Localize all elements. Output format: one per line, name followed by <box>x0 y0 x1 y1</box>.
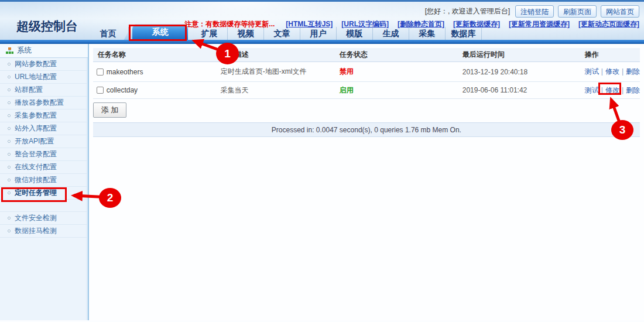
task-name: makeothers <box>107 68 143 76</box>
action-separator: | <box>601 67 603 76</box>
sidebar-item-open-api[interactable]: 开放API配置 <box>0 135 88 148</box>
sidebar-section-title: 系统 <box>17 46 32 56</box>
tab-video[interactable]: 视频 <box>228 27 264 40</box>
sitemap-icon <box>6 47 13 54</box>
action-separator: | <box>622 86 624 94</box>
tab-template[interactable]: 模版 <box>337 27 373 40</box>
welcome-text: [您好：, 欢迎进入管理后台] <box>425 6 510 16</box>
row-checkbox[interactable] <box>97 87 104 94</box>
task-status: 禁用 <box>335 67 458 77</box>
top-bar: [您好：, 欢迎进入管理后台] 注销登陆 刷新页面 网站首页 <box>425 5 639 18</box>
tab-database[interactable]: 数据库 <box>446 27 482 40</box>
task-desc: 采集当天 <box>216 85 335 95</box>
modify-link[interactable]: 修改 <box>605 67 619 76</box>
delete-link[interactable]: 删除 <box>626 67 640 76</box>
sidebar-item-collect-params[interactable]: 采集参数配置 <box>0 109 88 122</box>
bullet-icon <box>8 179 11 181</box>
tab-generate[interactable]: 生成 <box>373 27 409 40</box>
bullet-icon <box>8 166 11 169</box>
sidebar: 系统 网站参数配置 URL地址配置 站群配置 播放器参数配置 采集参数配置 站外… <box>0 44 89 320</box>
status-bar: Processed in: 0.0047 second(s), 0 querie… <box>93 122 640 137</box>
sidebar-item-site-group[interactable]: 站群配置 <box>0 84 88 97</box>
table-row: makeothers 定时生成首页-地图-xml文件 禁用 2013-12-19… <box>93 62 640 82</box>
table-header-row: 任务名称 任务描述 任务状态 最后运行时间 操作 <box>93 48 640 62</box>
col-header-task-status: 任务状态 <box>335 50 458 60</box>
task-last-run: 2013-12-19 20:40:18 <box>458 68 580 76</box>
bullet-icon <box>8 191 11 194</box>
bullet-icon <box>8 140 11 143</box>
modify-link[interactable]: 修改 <box>605 86 619 94</box>
sidebar-group-divider <box>0 200 88 212</box>
col-header-actions: 操作 <box>580 50 640 60</box>
sidebar-item-offsite-storage[interactable]: 站外入库配置 <box>0 122 88 135</box>
col-header-task-desc: 任务描述 <box>216 50 335 60</box>
bullet-icon <box>8 217 11 220</box>
logout-button[interactable]: 注销登陆 <box>515 5 554 18</box>
sidebar-item-data-trojan-check[interactable]: 数据挂马检测 <box>0 225 88 238</box>
sidebar-item-wechat-connect[interactable]: 微信对接配置 <box>0 174 88 187</box>
tab-collect[interactable]: 采集 <box>409 27 446 40</box>
row-checkbox[interactable] <box>97 68 104 76</box>
nav-bottom-bar <box>0 40 644 44</box>
sidebar-filler <box>0 238 88 320</box>
bullet-icon <box>8 101 11 104</box>
bullet-icon <box>8 127 11 130</box>
site-home-button[interactable]: 网站首页 <box>601 5 639 18</box>
tab-user[interactable]: 用户 <box>300 27 337 40</box>
table-row: collectday 采集当天 启用 2019-06-06 11:01:42 测… <box>93 82 640 99</box>
delete-link[interactable]: 删除 <box>626 86 640 94</box>
bullet-icon <box>8 229 11 232</box>
sidebar-item-url-address[interactable]: URL地址配置 <box>0 71 88 84</box>
add-task-button[interactable]: 添 加 <box>93 102 127 118</box>
sidebar-item-website-params[interactable]: 网站参数配置 <box>0 58 88 71</box>
sidebar-item-integrated-login[interactable]: 整合登录配置 <box>0 148 88 161</box>
task-status: 启用 <box>335 85 458 95</box>
tab-article[interactable]: 文章 <box>264 27 300 40</box>
sidebar-item-player-params[interactable]: 播放器参数配置 <box>0 97 88 109</box>
sidebar-section-system: 系统 <box>0 44 88 58</box>
task-last-run: 2019-06-06 11:01:42 <box>458 86 580 94</box>
refresh-page-button[interactable]: 刷新页面 <box>558 5 597 18</box>
link-update-dynamic-cache[interactable]: [更新动态页面缓存] <box>578 19 639 29</box>
task-name: collectday <box>107 86 138 94</box>
tab-home[interactable]: 首页 <box>88 27 129 40</box>
bullet-icon <box>8 88 11 91</box>
bullet-icon <box>8 153 11 156</box>
bullet-icon <box>8 63 11 66</box>
col-header-task-name: 任务名称 <box>93 50 216 60</box>
bullet-icon <box>8 76 11 78</box>
tab-extension[interactable]: 扩展 <box>191 27 228 40</box>
sidebar-item-file-security-check[interactable]: 文件安全检测 <box>0 212 88 225</box>
action-separator: | <box>601 86 603 94</box>
col-header-last-run: 最后运行时间 <box>458 50 580 60</box>
tab-system[interactable]: 系统 <box>132 24 188 40</box>
link-update-resource-cache[interactable]: [更新常用资源缓存] <box>509 19 570 29</box>
task-desc: 定时生成首页-地图-xml文件 <box>216 67 335 77</box>
main-content: 任务名称 任务描述 任务状态 最后运行时间 操作 makeothers 定时生成… <box>89 44 644 320</box>
test-link[interactable]: 测试 <box>585 67 599 76</box>
test-link[interactable]: 测试 <box>585 86 599 94</box>
sidebar-item-online-payment[interactable]: 在线支付配置 <box>0 161 88 174</box>
bullet-icon <box>8 114 11 117</box>
app-title: 超级控制台 <box>16 18 78 35</box>
header: 超级控制台 [您好：, 欢迎进入管理后台] 注销登陆 刷新页面 网站首页 注意：… <box>0 0 644 44</box>
action-separator: | <box>622 67 624 76</box>
nav-tabs: 首页 系统 扩展 视频 文章 用户 模版 生成 采集 数据库 <box>88 25 482 40</box>
sidebar-item-scheduled-tasks[interactable]: 定时任务管理 <box>0 187 88 200</box>
